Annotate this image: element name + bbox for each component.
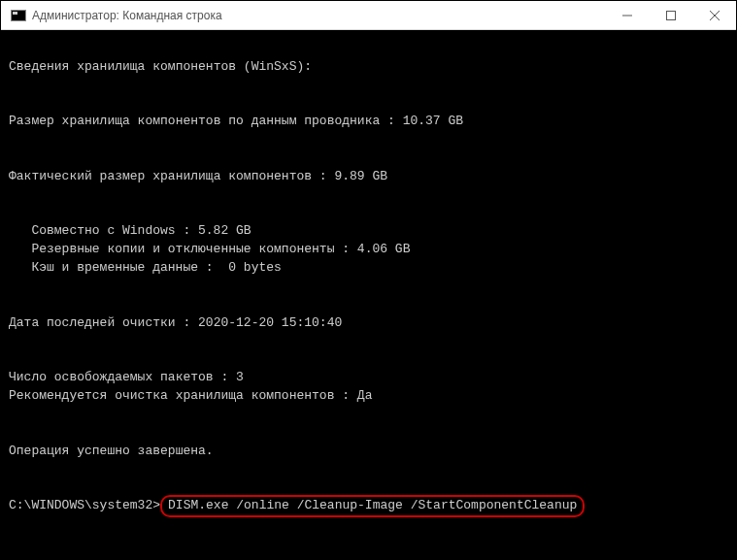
output-line: Размер хранилища компонентов по данным п… — [9, 114, 463, 128]
output-line: Резервные копии и отключенные компоненты… — [9, 241, 410, 259]
output-line: Совместно с Windows : 5.82 GB — [9, 222, 251, 241]
window-controls — [605, 1, 736, 29]
close-button[interactable] — [692, 1, 736, 29]
output-line: Рекомендуется очистка хранилища компонен… — [9, 388, 372, 403]
output-line: Сведения хранилища компонентов (WinSxS): — [9, 59, 312, 74]
svg-rect-1 — [666, 11, 675, 19]
prompt-path: C:\WINDOWS\system32> — [9, 498, 160, 512]
titlebar: Администратор: Командная строка — [1, 1, 736, 30]
minimize-button[interactable] — [605, 1, 649, 29]
maximize-button[interactable] — [649, 1, 692, 29]
output-line: Число освобождаемых пакетов : 3 — [9, 370, 244, 384]
console-output[interactable]: Сведения хранилища компонентов (WinSxS):… — [1, 30, 736, 559]
window-title: Администратор: Командная строка — [32, 9, 605, 22]
output-line: Операция успешно завершена. — [9, 444, 214, 458]
prompt-line: C:\WINDOWS\system32>DISM.exe /online /Cl… — [9, 497, 728, 515]
output-line: Кэш и временные данные : 0 bytes — [9, 259, 282, 278]
cmd-icon — [11, 10, 26, 21]
output-line: Дата последней очистки : 2020-12-20 15:1… — [9, 315, 342, 330]
output-line: Фактический размер хранилища компонентов… — [9, 169, 387, 183]
highlighted-command: DISM.exe /online /Cleanup-Image /StartCo… — [160, 495, 585, 517]
